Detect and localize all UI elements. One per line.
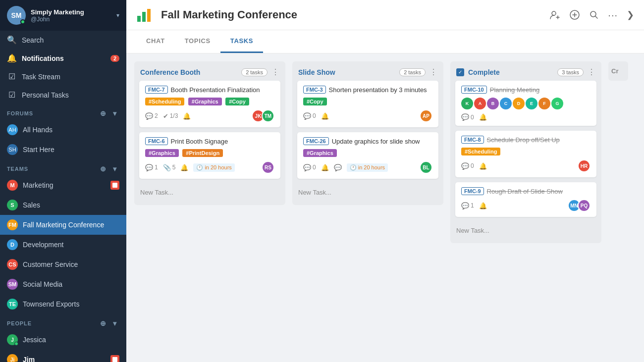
card-tags-fmc-8: #Scheduling bbox=[461, 147, 590, 155]
sidebar-item-social-media[interactable]: SM Social Media bbox=[0, 274, 126, 294]
comment-icon: 💬 bbox=[461, 162, 469, 170]
comment-count-fmc-9: 1 bbox=[471, 202, 474, 209]
avatar-a: A bbox=[474, 98, 486, 109]
personal-tasks-item[interactable]: ☑ Personal Tasks bbox=[0, 86, 126, 104]
bar-chart-icon bbox=[136, 6, 154, 24]
sidebar-item-development[interactable]: D Development bbox=[0, 235, 126, 255]
teams-add-button[interactable]: ⊕ bbox=[99, 164, 107, 173]
app-name: Simply Marketing bbox=[31, 8, 116, 16]
customer-service-label: Customer Service bbox=[23, 260, 119, 268]
teams-collapse-button[interactable]: ▾ bbox=[110, 164, 119, 173]
forums-collapse-button[interactable]: ▾ bbox=[110, 109, 119, 118]
col-menu-conference-booth[interactable]: ⋮ bbox=[271, 67, 279, 77]
avatar-f: F bbox=[538, 98, 550, 109]
col-menu-slide-show[interactable]: ⋮ bbox=[429, 67, 437, 77]
comments-fmc-7: 💬 2 bbox=[145, 112, 158, 120]
svg-rect-2 bbox=[147, 9, 151, 22]
topbar: Fall Marketing Conference ··· ❯ bbox=[126, 0, 644, 30]
timer-fmc-26: 🕐 in 20 hours bbox=[347, 163, 388, 172]
bell-icon: 🔔 bbox=[479, 162, 487, 170]
svg-point-5 bbox=[590, 11, 596, 17]
card-fmc-26: FMC-26 Update graphics for slide show #G… bbox=[297, 132, 438, 179]
teams-actions: ⊕ ▾ bbox=[99, 164, 119, 173]
new-task-slide-show[interactable]: New Task... bbox=[292, 184, 443, 201]
new-task-complete[interactable]: New Task... bbox=[450, 222, 601, 239]
tag-copy-fmc-3[interactable]: #Copy bbox=[303, 98, 327, 105]
tab-chat[interactable]: CHAT bbox=[136, 30, 175, 53]
tab-tasks[interactable]: TASKS bbox=[220, 30, 263, 53]
people-actions: ⊕ ▾ bbox=[99, 319, 119, 328]
bell-fmc-6: 🔔 bbox=[180, 164, 188, 171]
tag-scheduling-fmc-8[interactable]: #Scheduling bbox=[461, 148, 500, 155]
comment-count-fmc-8: 0 bbox=[471, 162, 474, 169]
notifications-item[interactable]: 🔔 Notifications 2 bbox=[0, 49, 126, 67]
avatar-fmc-6-1: RS bbox=[262, 161, 274, 174]
add-button[interactable] bbox=[569, 9, 580, 20]
column-complete: Complete 3 tasks ⋮ FMC-10 Planning Meeti… bbox=[450, 61, 601, 243]
task-stream-item[interactable]: ☑ Task Stream bbox=[0, 67, 126, 86]
avatar-fmc-26-1: BL bbox=[420, 161, 432, 174]
checklist-count: 1/3 bbox=[170, 112, 178, 119]
jim-avatar: Ji bbox=[7, 354, 18, 362]
add-member-button[interactable] bbox=[549, 9, 560, 20]
sidebar-item-jessica[interactable]: J Jessica bbox=[0, 330, 126, 350]
tag-copy-fmc-7[interactable]: #Copy bbox=[225, 98, 249, 105]
col-cards-complete: FMC-10 Planning Meeting K A B C D E F G bbox=[450, 81, 601, 222]
tabs: CHAT TOPICS TASKS bbox=[126, 30, 644, 53]
sidebar-item-sales[interactable]: S Sales bbox=[0, 195, 126, 215]
card-id-row-fmc-7: FMC-7 Booth Presentation Finalization bbox=[145, 86, 274, 94]
tag-printdesign-fmc-6[interactable]: #PrintDesign bbox=[182, 149, 223, 157]
card-meta-fmc-26: 💬 0 🔔 💬 🕐 in 20 hours bbox=[303, 161, 432, 174]
col-title-conference-booth: Conference Booth bbox=[140, 68, 241, 76]
avatar-k: K bbox=[461, 98, 473, 109]
search-button[interactable] bbox=[589, 10, 599, 20]
tag-graphics-fmc-7[interactable]: #Graphics bbox=[188, 98, 222, 105]
card-id-row-fmc-3: FMC-3 Shorten presentation by 3 minutes bbox=[303, 86, 432, 94]
card-id-row-fmc-9: FMC-9 Rough Draft of Slide Show bbox=[461, 187, 590, 195]
clock-icon: 🕐 bbox=[350, 164, 357, 171]
bell-icon: 🔔 bbox=[321, 164, 329, 171]
tag-scheduling-fmc-7[interactable]: #Scheduling bbox=[145, 98, 184, 105]
townsend-label: Townsend Exports bbox=[23, 300, 119, 308]
jessica-status-dot bbox=[14, 342, 18, 346]
card-meta-fmc-10: 💬 0 🔔 bbox=[461, 113, 590, 121]
sidebar-item-all-hands[interactable]: AH All Hands bbox=[0, 120, 126, 140]
development-icon: D bbox=[7, 239, 18, 250]
sidebar-item-fall-marketing[interactable]: FM Fall Marketing Conference bbox=[0, 215, 126, 235]
comment-icon: 💬 bbox=[461, 113, 469, 121]
task-stream-icon: ☑ bbox=[7, 72, 17, 81]
task-id-fmc-26: FMC-26 bbox=[303, 137, 329, 145]
bell-icon: 🔔 bbox=[479, 202, 487, 209]
tab-topics[interactable]: TOPICS bbox=[175, 30, 220, 53]
more-options-button[interactable]: ··· bbox=[608, 9, 618, 21]
sidebar-item-start-here[interactable]: SH Start Here bbox=[0, 140, 126, 159]
bell-fmc-9: 🔔 bbox=[479, 202, 487, 209]
complete-checkbox[interactable] bbox=[456, 68, 464, 76]
card-tags-fmc-26: #Graphics bbox=[303, 148, 432, 157]
people-add-button[interactable]: ⊕ bbox=[99, 319, 107, 328]
fall-marketing-label: Fall Marketing Conference bbox=[23, 221, 119, 229]
sidebar: SM Simply Marketing @John ▾ 🔍 Search 🔔 N… bbox=[0, 0, 126, 362]
col-badge-slide-show: 2 tasks bbox=[399, 68, 426, 76]
forums-add-button[interactable]: ⊕ bbox=[99, 109, 107, 118]
bell-fmc-3: 🔔 bbox=[321, 112, 329, 120]
sidebar-header[interactable]: SM Simply Marketing @John ▾ bbox=[0, 0, 126, 31]
tag-graphics-fmc-26[interactable]: #Graphics bbox=[303, 149, 337, 157]
new-task-conference-booth[interactable]: New Task... bbox=[134, 184, 285, 201]
marketing-icon: M bbox=[7, 180, 18, 191]
sidebar-item-customer-service[interactable]: CS Customer Service bbox=[0, 255, 126, 274]
card-meta-fmc-3: 💬 0 🔔 AP bbox=[303, 109, 432, 122]
people-collapse-button[interactable]: ▾ bbox=[110, 319, 119, 328]
comment-count-fmc-3: 0 bbox=[313, 112, 316, 119]
all-hands-label: All Hands bbox=[23, 126, 119, 134]
sidebar-item-jim[interactable]: Ji Jim bbox=[0, 350, 126, 362]
collapse-button[interactable]: ❯ bbox=[627, 9, 634, 20]
marketing-label: Marketing bbox=[23, 181, 110, 189]
avatar: SM bbox=[7, 6, 26, 25]
sidebar-item-townsend[interactable]: TE Townsend Exports bbox=[0, 294, 126, 314]
tag-graphics-fmc-6[interactable]: #Graphics bbox=[145, 149, 179, 157]
bell-fmc-10: 🔔 bbox=[479, 113, 487, 121]
search-item[interactable]: 🔍 Search bbox=[0, 31, 126, 49]
col-menu-complete[interactable]: ⋮ bbox=[588, 67, 595, 77]
sidebar-item-marketing[interactable]: M Marketing bbox=[0, 175, 126, 195]
